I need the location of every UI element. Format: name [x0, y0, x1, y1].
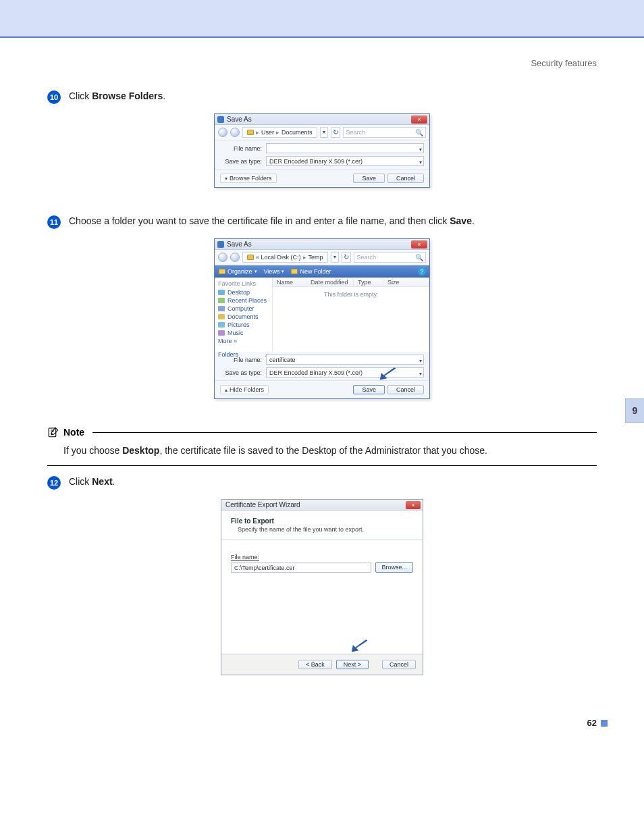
save-as-icon: [217, 116, 224, 123]
savetype-value: DER Encoded Binary X.509 (*.cer): [269, 158, 363, 165]
cancel-button[interactable]: Cancel: [387, 174, 424, 183]
search-placeholder: Search: [357, 254, 377, 261]
search-placeholder: Search: [346, 129, 366, 136]
sidebar-item-label: Recent Places: [227, 297, 267, 304]
new-folder-label: New Folder: [300, 268, 331, 275]
dialog-title: Save As: [227, 115, 252, 123]
forward-button[interactable]: [230, 128, 240, 137]
sidebar-item-pictures[interactable]: Pictures: [218, 321, 269, 328]
help-icon[interactable]: ?: [418, 267, 426, 276]
crumb-sep-icon: ▸: [276, 129, 279, 136]
sidebar-item-music[interactable]: Music: [218, 330, 269, 336]
chevron-down-icon: ▾: [225, 176, 227, 182]
step-text-post: .: [472, 215, 475, 226]
back-button[interactable]: < Back: [298, 660, 332, 669]
save-as-dialog-collapsed: Save As × ▸ User ▸ Documents ▾ ↻ Search …: [214, 113, 430, 188]
music-icon: [218, 330, 225, 336]
savetype-label: Save as type:: [220, 369, 262, 376]
savetype-field[interactable]: DER Encoded Binary X.509 (*.cer) ▾: [266, 156, 424, 166]
note-icon: [47, 426, 59, 438]
search-input[interactable]: Search 🔍: [354, 252, 426, 263]
next-button[interactable]: Next >: [336, 660, 369, 669]
organize-menu[interactable]: Organize ▾: [219, 268, 257, 275]
top-band: [0, 0, 644, 38]
page-content: Security features 10 Click Browse Folder…: [0, 38, 644, 743]
sidebar-item-label: Music: [227, 330, 244, 336]
documents-icon: [218, 314, 225, 319]
close-icon[interactable]: ×: [411, 240, 427, 249]
back-button[interactable]: [218, 253, 227, 262]
col-date[interactable]: Date modified: [306, 279, 354, 286]
savetype-row: Save as type: DER Encoded Binary X.509 (…: [215, 156, 429, 169]
cancel-button[interactable]: Cancel: [387, 385, 424, 394]
breadcrumb[interactable]: ▸ User ▸ Documents: [242, 127, 317, 138]
breadcrumb-user: User: [261, 129, 274, 136]
browse-folders-label: Browse Folders: [230, 175, 272, 182]
col-name[interactable]: Name: [273, 279, 306, 286]
crumb-sep-icon: ▸: [256, 129, 259, 136]
sidebar-item-computer[interactable]: Computer: [218, 305, 269, 312]
step-text-post: .: [163, 90, 165, 101]
dropdown-icon[interactable]: ▾: [419, 157, 422, 167]
savetype-field[interactable]: DER Encoded Binary X.509 (*.cer) ▾: [266, 367, 424, 377]
step-text-pre: Choose a folder you want to save the cer…: [69, 215, 450, 226]
dialog-title: Certificate Export Wizard: [225, 501, 300, 509]
save-button[interactable]: Save: [353, 174, 385, 183]
back-button[interactable]: [218, 128, 227, 137]
filename-field[interactable]: certificate ▾: [266, 355, 424, 365]
filename-row: File name: ▾: [215, 140, 429, 156]
filename-field[interactable]: C:\Temp\certificate.cer: [231, 563, 371, 573]
hide-folders-label: Hide Folders: [230, 386, 264, 393]
favorite-links-panel: Favorite Links Desktop Recent Places Com…: [215, 278, 273, 352]
refresh-icon[interactable]: ↻: [331, 127, 340, 138]
step-text-pre: Click: [69, 90, 92, 101]
breadcrumb[interactable]: « Local Disk (C:) ▸ Temp: [242, 252, 328, 263]
pictures-icon: [218, 322, 225, 328]
note-rule: [92, 432, 597, 433]
hide-folders-button[interactable]: ▴ Hide Folders: [220, 385, 269, 394]
folder-icon: [219, 269, 225, 274]
column-headers: Name Date modified Type Size: [273, 278, 429, 287]
breadcrumb-dropdown-icon[interactable]: ▾: [331, 252, 339, 263]
explorer-toolbar: Organize ▾ Views ▾ New Folder ?: [215, 265, 429, 278]
chevron-up-icon: ▴: [225, 387, 227, 393]
close-icon[interactable]: ×: [411, 115, 427, 124]
breadcrumb-temp: Temp: [308, 254, 323, 261]
filename-field[interactable]: ▾: [266, 143, 424, 153]
step-10: 10 Click Browse Folders.: [47, 90, 597, 104]
save-button[interactable]: Save: [353, 385, 385, 394]
close-icon[interactable]: ×: [406, 501, 421, 509]
wizard-body: File to Export Specify the name of the f…: [221, 511, 423, 654]
search-icon: 🔍: [415, 129, 423, 136]
filename-label: File name:: [220, 357, 262, 363]
browse-folders-button[interactable]: ▾ Browse Folders: [220, 174, 277, 183]
new-folder-button[interactable]: New Folder: [291, 268, 331, 275]
step-text-bold: Save: [450, 215, 472, 226]
sidebar-item-recent[interactable]: Recent Places: [218, 297, 269, 304]
dropdown-icon[interactable]: ▾: [419, 356, 422, 366]
step-number-badge: 12: [47, 476, 61, 490]
search-input[interactable]: Search 🔍: [343, 127, 426, 138]
browse-button[interactable]: Browse...: [375, 562, 413, 573]
folder-icon: [291, 269, 298, 274]
col-type[interactable]: Type: [354, 279, 383, 286]
cancel-button[interactable]: Cancel: [382, 660, 416, 669]
note-bold: Desktop: [122, 445, 159, 456]
save-as-dialog-expanded: Save As × « Local Disk (C:) ▸ Temp ▾ ↻ S…: [214, 238, 430, 399]
explorer-body: Favorite Links Desktop Recent Places Com…: [215, 278, 429, 352]
breadcrumb-dropdown-icon[interactable]: ▾: [320, 127, 328, 138]
refresh-icon[interactable]: ↻: [342, 252, 351, 263]
titlebar: Save As ×: [215, 239, 429, 250]
sidebar-item-desktop[interactable]: Desktop: [218, 289, 269, 296]
forward-button[interactable]: [230, 253, 240, 262]
dropdown-icon[interactable]: ▾: [419, 145, 422, 155]
col-size[interactable]: Size: [383, 279, 429, 286]
chevron-down-icon: ▾: [254, 269, 257, 274]
sidebar-item-more[interactable]: More »: [218, 338, 269, 344]
views-menu[interactable]: Views ▾: [264, 268, 285, 275]
step-text-bold: Browse Folders: [92, 90, 163, 101]
dropdown-icon[interactable]: ▾: [419, 369, 422, 379]
empty-folder-text: This folder is empty.: [273, 287, 429, 298]
savetype-row: Save as type: DER Encoded Binary X.509 (…: [215, 367, 429, 380]
sidebar-item-documents[interactable]: Documents: [218, 313, 269, 320]
